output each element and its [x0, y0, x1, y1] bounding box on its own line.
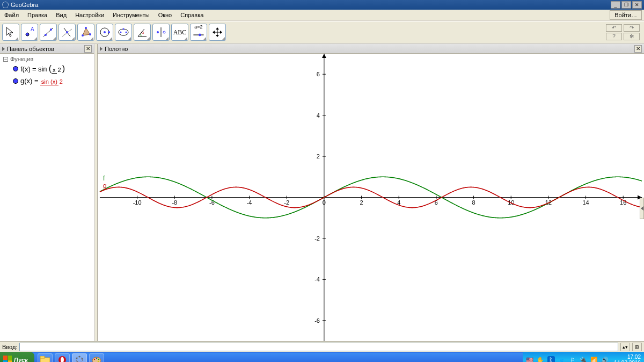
menu-view[interactable]: Вид: [52, 10, 71, 20]
help-tool-button[interactable]: ?: [606, 33, 622, 40]
svg-text:-4: -4: [247, 199, 252, 206]
svg-point-18: [123, 28, 125, 30]
graphics-close-button[interactable]: ✕: [634, 45, 642, 53]
tray-lang-icon[interactable]: 🇺🇸: [526, 356, 533, 362]
start-button[interactable]: Пуск: [0, 352, 34, 362]
collapse-icon: [2, 47, 5, 51]
login-button[interactable]: Войти…: [610, 10, 642, 20]
menu-settings[interactable]: Настройки: [71, 10, 108, 20]
svg-point-86: [98, 359, 99, 360]
svg-text:2: 2: [317, 153, 320, 160]
window-title: GeoGebra: [11, 2, 38, 8]
svg-point-16: [120, 32, 122, 33]
svg-point-3: [45, 34, 47, 36]
tool-perpendicular[interactable]: [58, 24, 76, 41]
svg-text:-2: -2: [284, 199, 289, 206]
algebra-panel-header[interactable]: Панель объектов ✕: [0, 44, 94, 54]
tool-circle[interactable]: [96, 24, 113, 41]
svg-text:-2: -2: [314, 235, 320, 242]
menu-window[interactable]: Окно: [154, 10, 177, 20]
menu-tools[interactable]: Инструменты: [108, 10, 154, 20]
svg-text:8: 8: [472, 199, 475, 206]
taskbar-geogebra[interactable]: [72, 353, 87, 362]
algebra-close-button[interactable]: ✕: [84, 45, 92, 53]
svg-text:2: 2: [360, 199, 363, 206]
menu-file[interactable]: Файл: [0, 10, 23, 20]
visibility-dot-f[interactable]: [13, 66, 18, 71]
graphics-panel-title: Полотно: [105, 46, 128, 52]
tray-flag-icon[interactable]: ⚐: [569, 356, 576, 362]
tray-clock[interactable]: 17:02 14.03.2016: [612, 354, 641, 362]
svg-text:α: α: [142, 31, 144, 34]
function-f[interactable]: f(x) = sin (x2): [3, 62, 91, 75]
tool-slider[interactable]: a=2: [190, 24, 207, 41]
svg-text:-8: -8: [172, 199, 177, 206]
tool-line[interactable]: [40, 24, 57, 41]
tray-ie-icon[interactable]: e: [558, 356, 566, 362]
tray-bluetooth-icon[interactable]: ᛒ: [547, 356, 555, 362]
tool-reflect[interactable]: [152, 24, 170, 41]
svg-point-24: [199, 34, 201, 37]
taskbar-explorer[interactable]: [38, 353, 53, 362]
menu-edit[interactable]: Правка: [23, 10, 52, 20]
input-field[interactable]: [19, 343, 618, 351]
tool-angle[interactable]: α: [134, 24, 151, 41]
plot-svg: -10-8-6-4-20246810121416-6-4-2246fg: [98, 54, 644, 341]
svg-point-17: [126, 32, 127, 33]
close-button[interactable]: ✕: [632, 1, 642, 9]
taskbar-paint[interactable]: [89, 353, 104, 362]
tool-text[interactable]: ABC: [171, 24, 188, 41]
redo-button[interactable]: ↷: [624, 24, 640, 32]
svg-point-82: [76, 358, 77, 359]
svg-point-21: [157, 31, 159, 33]
minimize-button[interactable]: _: [611, 1, 620, 9]
system-tray: 🇺🇸 ✋ ᛒ e ⚐ 🔌 📶 🔊 17:02 14.03.2016: [523, 352, 644, 362]
windows-logo-icon: [3, 356, 12, 362]
svg-text:0: 0: [323, 199, 326, 206]
svg-text:A: A: [31, 26, 34, 32]
svg-point-79: [81, 358, 83, 360]
tray-volume-icon[interactable]: 🔊: [601, 356, 609, 362]
svg-point-11: [89, 33, 91, 35]
svg-text:14: 14: [582, 199, 589, 206]
visibility-dot-g[interactable]: [13, 78, 18, 84]
tray-network-icon[interactable]: 📶: [590, 356, 598, 362]
side-collapse-button[interactable]: [640, 198, 644, 219]
input-history-button[interactable]: ▴▾: [620, 343, 630, 351]
tool-move[interactable]: [2, 24, 19, 41]
svg-text:-6: -6: [314, 317, 320, 324]
svg-text:f: f: [103, 175, 105, 182]
taskbar-opera[interactable]: [55, 353, 70, 362]
menu-bar: Файл Правка Вид Настройки Инструменты Ок…: [0, 10, 644, 21]
algebra-tree: −Функция f(x) = sin (x2) g(x) = sin (x)2: [0, 54, 94, 89]
svg-text:4: 4: [317, 112, 320, 119]
svg-point-85: [96, 358, 97, 359]
svg-point-84: [94, 359, 95, 360]
graphics-canvas[interactable]: -10-8-6-4-20246810121416-6-4-2246fg: [98, 54, 644, 341]
input-label: Ввод:: [2, 344, 17, 350]
tray-date: 14.03.2016: [614, 360, 641, 362]
svg-text:-4: -4: [314, 276, 320, 283]
tool-polygon[interactable]: [77, 24, 94, 41]
svg-point-9: [82, 34, 84, 37]
undo-button[interactable]: ↶: [606, 24, 622, 32]
settings-tool-button[interactable]: ✻: [624, 33, 640, 40]
group-label: Функция: [10, 56, 33, 62]
input-symbols-button[interactable]: ⊞: [632, 343, 642, 351]
tray-power-icon[interactable]: 🔌: [580, 356, 587, 362]
app-logo-icon: [2, 2, 9, 8]
graphics-panel-header[interactable]: Полотно ✕: [98, 44, 644, 54]
collapse-icon: [100, 47, 103, 51]
svg-point-14: [108, 31, 110, 33]
group-toggle[interactable]: −: [3, 57, 8, 62]
function-g[interactable]: g(x) = sin (x)2: [3, 75, 91, 87]
formula-g: g(x) = sin (x)2: [20, 77, 64, 85]
tool-ellipse[interactable]: [115, 24, 132, 41]
maximize-button[interactable]: ❐: [621, 1, 631, 9]
menu-help[interactable]: Справка: [176, 10, 208, 20]
tool-point[interactable]: A: [21, 24, 38, 41]
tool-movegraph[interactable]: [209, 24, 226, 41]
toolbar: A α ABC a=2 ↶ ↷ ? ✻: [0, 21, 644, 44]
svg-text:6: 6: [317, 71, 320, 77]
tray-hand-icon[interactable]: ✋: [537, 356, 544, 362]
